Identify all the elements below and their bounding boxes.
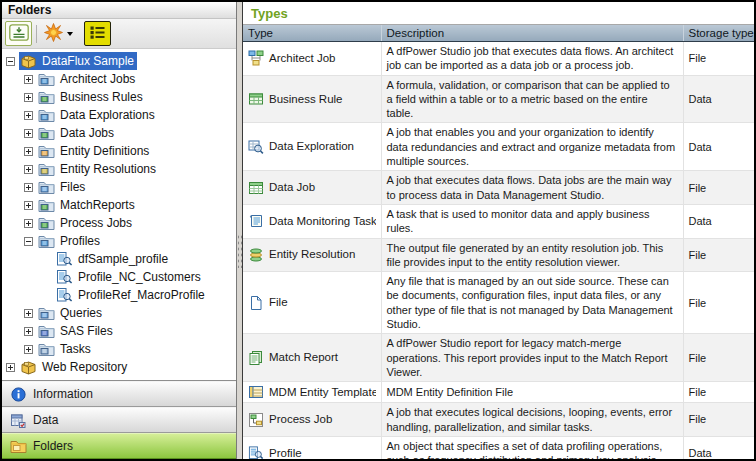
table-row-match-report[interactable]: Match ReportA dfPower Studio report for … — [243, 334, 754, 382]
type-cell: Business Rule — [243, 75, 381, 123]
data-monitoring-task-icon — [248, 213, 264, 229]
details-view-button[interactable] — [84, 21, 111, 46]
tree-item-files[interactable]: Files — [2, 178, 236, 196]
tree-item-label: Entity Resolutions — [60, 162, 156, 176]
collapse-all-button[interactable] — [5, 21, 32, 46]
types-table-container: Type Description Storage type Architect … — [243, 25, 754, 459]
folder-business-rules-icon — [38, 89, 56, 105]
table-row-data-monitoring-task[interactable]: Data Monitoring TaskA task that is used … — [243, 204, 754, 238]
expand-plus-icon[interactable] — [24, 93, 33, 102]
repository-icon — [20, 53, 38, 69]
collapse-minus-icon[interactable] — [6, 57, 15, 66]
folders-tab-icon — [9, 439, 27, 453]
column-header-storage-type[interactable]: Storage type — [683, 25, 754, 42]
tree-item-profileref-macroprofile[interactable]: ProfileRef_MacroProfile — [2, 286, 236, 304]
type-cell: Architect Job — [243, 42, 381, 76]
folder-profiles-icon — [38, 233, 56, 249]
expand-plus-icon[interactable] — [24, 345, 33, 354]
tree-item-queries[interactable]: Queries — [2, 304, 236, 322]
panel-splitter[interactable] — [237, 2, 243, 459]
tree-item-process-jobs[interactable]: Process Jobs — [2, 214, 236, 232]
types-table: Type Description Storage type Architect … — [243, 25, 754, 459]
table-row-data-exploration[interactable]: Data ExplorationA job that enables you a… — [243, 123, 754, 171]
expand-plus-icon[interactable] — [24, 111, 33, 120]
tree-item-label: Queries — [60, 306, 102, 320]
description-cell: A formula, validation, or comparison tha… — [381, 75, 683, 123]
type-label: Data Exploration — [269, 139, 354, 154]
table-row-data-job[interactable]: Data JobA job that executes data flows. … — [243, 171, 754, 205]
type-label: MDM Entity Template — [269, 385, 376, 400]
type-label: Entity Resolution — [269, 247, 355, 262]
type-cell: MDM Entity Template — [243, 382, 381, 403]
folder-process-jobs-icon — [38, 215, 56, 231]
tree-item-entity-definitions[interactable]: Entity Definitions — [2, 142, 236, 160]
table-row-business-rule[interactable]: Business RuleA formula, validation, or c… — [243, 75, 754, 123]
tree-item-architect-jobs[interactable]: Architect Jobs — [2, 70, 236, 88]
table-row-file[interactable]: FileAny file that is managed by an out s… — [243, 272, 754, 334]
tree-item-profiles[interactable]: Profiles — [2, 232, 236, 250]
tree-item-web-repository[interactable]: Web Repository — [2, 358, 236, 376]
table-row-mdm-entity-template[interactable]: MDM Entity TemplateMDM Entity Definition… — [243, 382, 754, 403]
storage-type-cell: File — [683, 171, 754, 205]
profile-icon — [248, 445, 264, 459]
tree-item-label: SAS Files — [60, 324, 113, 338]
expand-plus-icon[interactable] — [24, 129, 33, 138]
folder-data-jobs-icon — [38, 125, 56, 141]
nav-tab-folders[interactable]: Folders — [2, 433, 236, 459]
tree-item-label: Web Repository — [42, 360, 127, 374]
expand-plus-icon[interactable] — [24, 147, 33, 156]
tree-item-label: Profiles — [60, 234, 100, 248]
expand-plus-icon[interactable] — [24, 327, 33, 336]
expand-plus-icon[interactable] — [24, 309, 33, 318]
folder-queries-icon — [38, 305, 56, 321]
navigation-tabs: InformationDataFolders — [2, 380, 236, 459]
type-label: Architect Job — [269, 51, 335, 66]
storage-type-cell: Data — [683, 204, 754, 238]
table-row-process-job[interactable]: Process JobA job that executes logical d… — [243, 403, 754, 437]
tree-item-label: Process Jobs — [60, 216, 132, 230]
tree-item-label: DataFlux Sample — [42, 54, 134, 68]
storage-type-cell: Data — [683, 75, 754, 123]
collapse-minus-icon[interactable] — [24, 237, 33, 246]
type-cell: Profile — [243, 436, 381, 459]
description-cell: A dfPower Studio report for legacy match… — [381, 334, 683, 382]
type-cell: File — [243, 272, 381, 334]
expand-plus-icon[interactable] — [24, 165, 33, 174]
table-row-entity-resolution[interactable]: Entity ResolutionThe output file generat… — [243, 238, 754, 272]
description-cell: An object that specifies a set of data p… — [381, 436, 683, 459]
column-header-type[interactable]: Type — [243, 25, 381, 42]
column-header-description[interactable]: Description — [381, 25, 683, 42]
collapse-all-icon — [9, 24, 29, 44]
tree-item-sas-files[interactable]: SAS Files — [2, 322, 236, 340]
entity-resolution-icon — [248, 247, 264, 263]
tree-item-business-rules[interactable]: Business Rules — [2, 88, 236, 106]
expand-plus-icon[interactable] — [24, 201, 33, 210]
expand-plus-icon[interactable] — [24, 75, 33, 84]
tree-item-matchreports[interactable]: MatchReports — [2, 196, 236, 214]
expand-plus-icon[interactable] — [24, 183, 33, 192]
nav-tab-information[interactable]: Information — [2, 381, 236, 407]
new-object-button[interactable] — [41, 21, 76, 46]
nav-tab-label: Data — [33, 413, 58, 427]
expand-plus-icon[interactable] — [24, 219, 33, 228]
expand-plus-icon[interactable] — [6, 363, 15, 372]
tree-item-dataflux-sample[interactable]: DataFlux Sample — [2, 52, 236, 70]
file-icon — [248, 295, 264, 311]
tree-item-label: MatchReports — [60, 198, 135, 212]
table-row-architect-job[interactable]: Architect JobA dfPower Studio job that e… — [243, 42, 754, 76]
folder-matchreports-icon — [38, 197, 56, 213]
tree-item-data-explorations[interactable]: Data Explorations — [2, 106, 236, 124]
table-row-profile[interactable]: ProfileAn object that specifies a set of… — [243, 436, 754, 459]
tree-item-profile-nc-customers[interactable]: Profile_NC_Customers — [2, 268, 236, 286]
tree-item-tasks[interactable]: Tasks — [2, 340, 236, 358]
nav-tab-data[interactable]: Data — [2, 407, 236, 433]
tree-item-label: Data Jobs — [60, 126, 114, 140]
type-label: Process Job — [269, 412, 332, 427]
type-label: File — [269, 295, 288, 310]
tree-item-entity-resolutions[interactable]: Entity Resolutions — [2, 160, 236, 178]
tree-item-label: Files — [60, 180, 85, 194]
profile-doc-icon — [56, 251, 74, 267]
tree-item-dfsample-profile[interactable]: dfSample_profile — [2, 250, 236, 268]
tree-item-data-jobs[interactable]: Data Jobs — [2, 124, 236, 142]
page-title: Types — [243, 2, 754, 24]
